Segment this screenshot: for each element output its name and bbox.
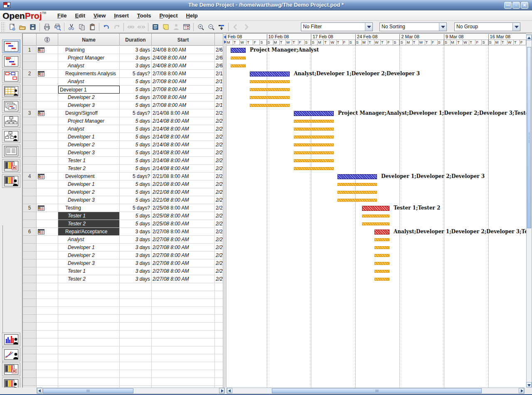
empty-table-row[interactable] <box>23 299 223 307</box>
assignment-bar[interactable] <box>294 151 334 154</box>
row-number[interactable] <box>23 141 37 149</box>
empty-table-row[interactable] <box>23 370 223 378</box>
task-name-cell[interactable]: Developer 1 <box>58 244 120 252</box>
table-row[interactable]: Tester 15 days2/25/08 8:00 AM2/29/08 <box>23 212 223 220</box>
save-button[interactable] <box>28 22 37 32</box>
table-row[interactable]: Analyst3 days2/27/08 8:00 AM2/29/08 <box>23 236 223 244</box>
empty-table-row[interactable] <box>23 283 223 291</box>
view-histogram[interactable] <box>2 333 20 346</box>
task-name-cell[interactable]: Developer 1 <box>58 133 120 141</box>
table-row[interactable]: 6Repair/Acceptance3 days2/27/08 8:00 AM2… <box>23 228 223 236</box>
zoom-out-button[interactable] <box>206 22 216 32</box>
task-icon-cell[interactable] <box>37 196 58 204</box>
start-cell[interactable]: 2/14/08 8:00 AM <box>152 133 215 141</box>
row-number[interactable]: 1 <box>23 46 37 54</box>
assignment-bar[interactable] <box>250 88 290 91</box>
row-number[interactable] <box>23 54 37 62</box>
task-bar[interactable] <box>250 72 290 77</box>
duration-cell[interactable]: 5 days <box>120 149 152 157</box>
duration-cell[interactable]: 5 days? <box>120 173 152 180</box>
start-cell[interactable]: 2/14/08 8:00 AM <box>152 141 215 149</box>
assignment-bar[interactable] <box>231 57 246 59</box>
duration-cell[interactable]: 5 days <box>120 180 152 188</box>
finish-cell[interactable]: 2/29/08 <box>215 212 223 220</box>
task-name-cell[interactable]: Developer 3 <box>58 196 120 204</box>
view-rbs[interactable] <box>2 129 20 143</box>
row-number[interactable] <box>23 236 37 244</box>
table-row[interactable]: Developer 25 days2/14/08 8:00 AM2/20/08 <box>23 141 223 149</box>
assignment-bar[interactable] <box>362 222 389 225</box>
menu-file[interactable]: File <box>53 12 71 20</box>
finish-cell[interactable]: 2/20/08 <box>215 149 223 157</box>
start-cell[interactable]: 2/27/08 8:00 AM <box>152 236 215 244</box>
header-info[interactable] <box>37 34 58 46</box>
assignment-bar[interactable] <box>337 191 377 194</box>
row-number[interactable]: 3 <box>23 109 37 117</box>
duration-cell[interactable]: 5 days <box>120 196 152 204</box>
assignment-bar[interactable] <box>374 270 389 273</box>
start-cell[interactable]: 2/25/08 8:00 AM <box>152 204 215 212</box>
table-row[interactable]: 4Development5 days?2/21/08 8:00 AM2/27/0… <box>23 173 223 180</box>
finish-cell[interactable]: 2/29/08 <box>215 252 223 259</box>
chevron-down-icon[interactable] <box>365 23 372 31</box>
start-cell[interactable]: 2/14/08 8:00 AM <box>152 117 215 125</box>
menu-insert[interactable]: Insert <box>110 12 133 20</box>
row-number[interactable] <box>23 101 37 109</box>
duration-cell[interactable]: 5 days <box>120 86 152 94</box>
task-icon-cell[interactable] <box>37 212 58 220</box>
start-cell[interactable]: 2/4/08 8:00 AM <box>152 46 215 54</box>
title-bar[interactable]: The Demo Project - /home/warthawg/The De… <box>0 0 532 10</box>
table-row[interactable]: Analyst5 days2/7/08 8:00 AM2/13/08 <box>23 78 223 86</box>
row-number[interactable] <box>23 212 37 220</box>
row-number[interactable] <box>23 252 37 259</box>
table-row[interactable]: Developer 33 days2/27/08 8:00 AM2/29/08 <box>23 259 223 267</box>
start-cell[interactable]: 2/7/08 8:00 AM <box>152 94 215 101</box>
chevron-down-icon[interactable] <box>512 23 520 31</box>
task-icon-cell[interactable] <box>37 62 58 70</box>
menu-view[interactable]: View <box>89 12 110 20</box>
header-duration[interactable]: Duration <box>120 34 152 46</box>
task-icon-cell[interactable] <box>37 117 58 125</box>
finish-cell[interactable]: 2/6/08 <box>215 62 223 70</box>
duration-cell[interactable]: 5 days <box>120 220 152 228</box>
assignment-bar[interactable] <box>374 262 389 265</box>
row-number[interactable] <box>23 125 37 133</box>
task-icon-cell[interactable] <box>37 149 58 157</box>
chevron-down-icon[interactable] <box>439 23 446 31</box>
empty-table-row[interactable] <box>23 331 223 338</box>
row-number[interactable] <box>23 267 37 275</box>
critical-task-bar[interactable] <box>362 206 389 211</box>
splitter-collapse-left-icon[interactable] <box>224 35 226 39</box>
row-number[interactable]: 5 <box>23 204 37 212</box>
toolbar-grip[interactable] <box>1 22 5 32</box>
print-preview-button[interactable] <box>52 22 62 32</box>
finish-cell[interactable]: 2/29/08 <box>215 267 223 275</box>
task-icon-cell[interactable] <box>37 54 58 62</box>
table-row[interactable]: Developer 35 days2/21/08 8:00 AM2/27/08 <box>23 196 223 204</box>
finish-cell[interactable]: 2/20/08 <box>215 133 223 141</box>
finish-cell[interactable]: 2/29/08 <box>215 228 223 236</box>
row-number[interactable]: 6 <box>23 228 37 236</box>
start-cell[interactable]: 2/27/08 8:00 AM <box>152 244 215 252</box>
task-bar[interactable] <box>337 174 377 179</box>
duration-cell[interactable]: 5 days <box>120 94 152 101</box>
start-cell[interactable]: 2/14/08 8:00 AM <box>152 165 215 173</box>
duration-cell[interactable]: 5 days <box>120 188 152 196</box>
duration-cell[interactable]: 5 days <box>120 212 152 220</box>
task-name-cell[interactable]: Analyst <box>58 78 120 86</box>
finish-cell[interactable]: 2/29/08 <box>215 236 223 244</box>
assignment-bar[interactable] <box>337 199 377 202</box>
task-bar[interactable] <box>294 111 334 116</box>
finish-cell[interactable]: 2/29/08 <box>215 220 223 228</box>
empty-table-row[interactable] <box>23 378 223 386</box>
start-cell[interactable]: 2/27/08 8:00 AM <box>152 252 215 259</box>
finish-cell[interactable]: 2/29/08 <box>215 259 223 267</box>
undo-button[interactable] <box>101 22 111 32</box>
duration-cell[interactable]: 3 days <box>120 236 152 244</box>
row-number[interactable] <box>23 133 37 141</box>
start-cell[interactable]: 2/7/08 8:00 AM <box>152 78 215 86</box>
table-horizontal-scrollbar[interactable] <box>37 388 225 394</box>
finish-cell[interactable]: 2/20/08 <box>215 109 223 117</box>
task-name-cell[interactable]: Developer 3 <box>58 101 120 109</box>
start-cell[interactable]: 2/21/08 8:00 AM <box>152 188 215 196</box>
